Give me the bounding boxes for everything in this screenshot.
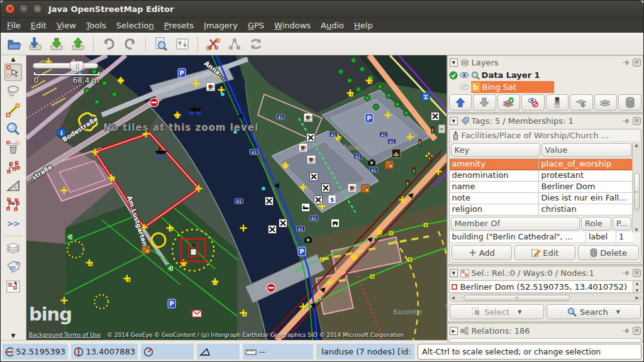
menu-edit[interactable]: Edit [26, 19, 52, 31]
tag-value[interactable]: christian [539, 204, 633, 215]
search-button-panel[interactable]: Search▼ [547, 304, 641, 319]
scroll-down-icon[interactable]: ▼ [11, 332, 16, 339]
download-current-button[interactable] [26, 35, 45, 53]
collapse-icon[interactable]: ▼ [450, 117, 458, 125]
selection-list-item[interactable]: Berliner Dom (52.5190735, 13.4010752) ▲▼ [449, 280, 641, 293]
menu-audio[interactable]: Audio [316, 19, 349, 31]
pin-icon[interactable] [622, 58, 630, 67]
maximize-button[interactable]: ▫ [33, 4, 43, 14]
key-column-header[interactable]: Key [451, 143, 540, 157]
tags-dialog-toggle[interactable] [4, 259, 22, 277]
position-column-header[interactable]: P... [613, 217, 631, 231]
zoom-tool[interactable] [4, 120, 22, 138]
zoom-slider[interactable] [33, 63, 98, 69]
tag-key[interactable]: amenity [450, 159, 539, 170]
delete-tag-button[interactable]: Delete [578, 245, 639, 260]
menu-presets[interactable]: Presets [159, 19, 199, 31]
more-tools[interactable]: >> [4, 214, 22, 232]
delete-tool[interactable] [4, 139, 22, 156]
menu-tools[interactable]: Tools [81, 19, 111, 31]
angle-tool[interactable] [4, 177, 22, 194]
close-icon[interactable]: ✕ [633, 58, 641, 67]
zoom-slider-handle[interactable] [70, 61, 84, 72]
close-icon[interactable]: ✕ [633, 117, 641, 125]
expand-icon[interactable]: ▶ [450, 327, 458, 335]
tag-key[interactable]: religion [450, 204, 539, 215]
layer-activate-button[interactable] [497, 94, 521, 111]
pin-icon[interactable] [622, 117, 630, 125]
scroll-up-icon[interactable]: ▲ [11, 56, 16, 63]
undo-button[interactable] [99, 35, 118, 53]
tag-value[interactable]: place_of_worship [539, 159, 633, 170]
value-column-header[interactable]: Value [541, 143, 632, 157]
selection-h-scrollbar[interactable]: ◀≡▶ [449, 293, 641, 302]
pin-icon[interactable] [622, 327, 630, 335]
dim-eye-icon[interactable] [460, 84, 469, 90]
visible-eye-icon[interactable] [460, 72, 469, 79]
layer-merge-button[interactable] [570, 94, 593, 111]
menu-help[interactable]: Help [349, 19, 378, 31]
layer-opacity-button[interactable] [546, 94, 569, 111]
split-way-button[interactable] [204, 35, 223, 53]
menu-gps[interactable]: GPS [243, 19, 269, 31]
add-tag-button[interactable]: +Add [452, 245, 513, 260]
minimize-button[interactable]: – [19, 4, 29, 14]
close-button[interactable]: ✕ [5, 4, 15, 14]
menu-file[interactable]: File [2, 19, 26, 31]
memberof-column-header[interactable]: Member Of [451, 217, 580, 231]
download-button[interactable] [47, 35, 66, 53]
tag-row[interactable]: religionchristian [450, 204, 633, 216]
layer-visibility-button[interactable] [521, 94, 545, 111]
menu-imagery[interactable]: Imagery [199, 19, 243, 31]
role-column-header[interactable]: Role [581, 217, 611, 231]
select-button[interactable]: Select▼ [450, 304, 544, 319]
search-icon [567, 307, 577, 317]
menu-windows[interactable]: Windows [269, 19, 316, 31]
tag-row[interactable]: denominationprotestant [450, 170, 633, 182]
layer-row-imagery[interactable]: b Bing Sat [448, 81, 643, 93]
search-button[interactable] [152, 35, 170, 53]
layer-delete-button[interactable] [618, 94, 641, 111]
tag-value[interactable]: Berliner Dom [539, 182, 633, 192]
preferences-button[interactable] [173, 35, 192, 53]
tag-row[interactable]: noteDies ist nur ein Fall... [450, 193, 633, 204]
tag-row[interactable]: nameBerliner Dom [450, 182, 633, 193]
layers-dialog-toggle[interactable] [4, 240, 22, 258]
close-icon[interactable]: ✕ [633, 269, 641, 277]
pin-icon[interactable] [622, 269, 630, 277]
layer-up-button[interactable] [449, 94, 472, 111]
draw-tool[interactable] [4, 101, 22, 119]
upload-button[interactable] [69, 35, 87, 53]
collapse-icon[interactable]: ▼ [450, 269, 458, 277]
collapse-icon[interactable]: ▼ [450, 58, 458, 67]
split-node-tool[interactable] [4, 158, 22, 175]
tag-value[interactable]: Dies ist nur ein Fall... [539, 193, 633, 204]
edit-tag-button[interactable]: Edit [514, 245, 575, 260]
layer-down-button[interactable] [473, 94, 496, 111]
redo-button[interactable] [121, 35, 140, 53]
close-icon[interactable]: ✕ [633, 327, 641, 335]
tag-value[interactable]: protestant [539, 170, 633, 181]
tags-vertical-scrollbar[interactable]: ▲≡▼ [632, 143, 640, 233]
unglue-button[interactable] [225, 35, 244, 53]
preset-row[interactable]: Facilities/Place of Worship/Church ... [450, 129, 641, 142]
refresh-button[interactable] [247, 35, 265, 53]
map-panel-toggle[interactable]: ≡ [438, 124, 445, 133]
open-button[interactable] [4, 35, 23, 53]
selection-scrollbar[interactable]: ▲▼ [633, 281, 641, 292]
menu-selection[interactable]: Selection [111, 19, 159, 31]
tag-key[interactable]: name [450, 182, 539, 192]
membership-row[interactable]: building ("Berlin Cathedral", ... label … [450, 232, 633, 243]
layer-row-data[interactable]: Data Layer 1 [448, 69, 643, 81]
tag-key[interactable]: note [450, 193, 539, 204]
select-tool[interactable] [4, 63, 22, 81]
terms-of-use-link[interactable]: Background Terms of Use [29, 332, 101, 338]
parallel-tool[interactable] [4, 195, 22, 213]
tag-row[interactable]: amenityplace_of_worship [450, 159, 633, 170]
selection-dialog-toggle[interactable] [4, 278, 22, 295]
layer-duplicate-button[interactable] [594, 94, 618, 111]
menu-view[interactable]: View [52, 19, 81, 31]
lasso-tool[interactable] [4, 82, 22, 100]
tag-key[interactable]: denomination [450, 170, 539, 181]
map-canvas[interactable]: P 41 [26, 55, 447, 340]
